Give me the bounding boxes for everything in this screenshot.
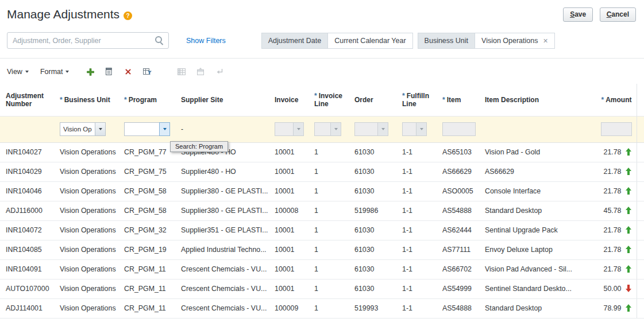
cell-amount: 21.78	[584, 240, 637, 259]
required-asterisk: *	[402, 92, 405, 100]
table-row[interactable]: INR104091Vision OperationsCR_PGM_11Cresc…	[0, 259, 644, 279]
cell-cut	[637, 201, 644, 220]
cell-business-unit: Vision Operations	[54, 298, 118, 318]
business-unit-filter-combo	[60, 122, 106, 136]
show-filters-link[interactable]: Show Filters	[186, 37, 226, 45]
duplicate-icon[interactable]	[104, 67, 114, 77]
business-unit-filter-dropdown-button[interactable]	[95, 122, 106, 136]
amount-value: 50.00	[603, 285, 621, 293]
amount-up-arrow-icon	[626, 265, 632, 273]
cell-order: 61030	[349, 279, 396, 298]
column-header-item[interactable]: *Item	[437, 84, 479, 116]
cell-item: AS65103	[437, 142, 479, 162]
column-header-item_description[interactable]: Item Description	[479, 84, 584, 116]
cell-invoice: 10001	[269, 240, 308, 259]
cell-program: CR_PGM_11	[118, 298, 175, 318]
adjustments-tbody: INR104027Vision OperationsCR_PGM_77Suppl…	[0, 142, 644, 318]
remove-filter-icon[interactable]: ×	[543, 37, 547, 44]
amount-up-arrow-icon	[626, 304, 632, 312]
filter-token-value[interactable]: Current Calendar Year	[328, 33, 412, 49]
column-header-fulfill_line[interactable]: *Fulfilln Line	[396, 84, 437, 116]
amount-up-arrow-icon	[626, 226, 632, 234]
cell-invoice: 100008	[269, 201, 308, 220]
cell-invoice-line: 1	[308, 162, 349, 181]
filter-row: -	[0, 116, 644, 142]
search-icon[interactable]	[155, 36, 164, 45]
required-asterisk: *	[442, 96, 445, 104]
cell-adjustment-number: ADJ114001	[0, 298, 54, 318]
column-header-business_unit[interactable]: *Business Unit	[54, 84, 118, 116]
column-header-order[interactable]: Order	[349, 84, 396, 116]
add-icon[interactable]	[85, 67, 95, 77]
search-box	[7, 32, 169, 49]
business-unit-filter-input[interactable]	[60, 122, 95, 136]
cell-business-unit: Vision Operations	[54, 240, 118, 259]
chevron-down-icon	[420, 128, 423, 130]
cell-program: CR_PGM_58	[118, 181, 175, 201]
amount-value: 21.78	[603, 168, 621, 176]
column-header-program[interactable]: *Program	[118, 84, 175, 116]
cell-invoice-line: 1	[308, 240, 349, 259]
cell-invoice-line: 1	[308, 279, 349, 298]
cell-program: CR_PGM_32	[118, 220, 175, 240]
search-input[interactable]	[7, 32, 169, 49]
cell-fulfill-line: 1-1	[396, 201, 437, 220]
cell-program: CR_PGM_75	[118, 162, 175, 181]
view-menu-label: View	[7, 68, 22, 76]
cell-amount: 21.78	[584, 220, 637, 240]
cell-cut	[637, 279, 644, 298]
cell-business-unit: Vision Operations	[54, 259, 118, 279]
filter-cell-business-unit	[54, 116, 118, 142]
table-row[interactable]: INR104072Vision OperationsCR_PGM_32Suppl…	[0, 220, 644, 240]
column-header-invoice_line[interactable]: *Invoice Line	[308, 84, 349, 116]
column-header-cut	[637, 84, 644, 116]
view-menu[interactable]: View	[7, 68, 29, 76]
program-filter-dropdown-button[interactable]	[159, 122, 170, 136]
table-row[interactable]: INR104027Vision OperationsCR_PGM_77Suppl…	[0, 142, 644, 162]
program-filter-input[interactable]	[124, 122, 159, 136]
cell-order: 61030	[349, 240, 396, 259]
column-header-adjustment_number[interactable]: Adjustment Number	[0, 84, 54, 116]
table-row[interactable]: AUTO107000Vision OperationsCR_PGM_11Cres…	[0, 279, 644, 298]
table-row[interactable]: INR104085Vision OperationsCR_PGM_19Appli…	[0, 240, 644, 259]
column-header-invoice[interactable]: Invoice	[269, 84, 308, 116]
help-icon[interactable]: ?	[124, 11, 132, 20]
table-row[interactable]: ADJ114001Vision OperationsCR_PGM_11Cresc…	[0, 298, 644, 318]
filter-token: Business UnitVision Operations×	[418, 33, 555, 49]
cell-item-description: Sentinal Upgrade Pack	[479, 220, 584, 240]
save-button[interactable]: Save	[563, 7, 593, 22]
query-by-example-icon[interactable]	[142, 67, 152, 77]
cell-cut	[637, 142, 644, 162]
column-header-supplier_site[interactable]: Supplier Site	[175, 84, 269, 116]
table-row[interactable]: ADJ116000Vision OperationsCR_PGM_58Suppl…	[0, 201, 644, 220]
cell-adjustment-number: INR104072	[0, 220, 54, 240]
column-header-amount[interactable]: *Amount	[584, 84, 637, 116]
cell-order: 519986	[349, 201, 396, 220]
delete-icon[interactable]	[123, 67, 133, 77]
amount-up-arrow-icon	[626, 246, 632, 253]
chevron-down-icon	[334, 128, 338, 130]
filter-token-label[interactable]: Business Unit	[418, 33, 475, 49]
detach-icon	[195, 67, 206, 77]
invoice-filter-dropdown-button	[293, 122, 304, 136]
filter-token-value[interactable]: Vision Operations×	[475, 33, 555, 49]
invoice-filter-input	[275, 122, 293, 136]
filter-token-label[interactable]: Adjustment Date	[261, 33, 328, 49]
cell-supplier-site: Supplier351 - GE PLASTI...	[175, 220, 269, 240]
cancel-button-label: Cancel	[607, 10, 629, 18]
amount-filter-input	[601, 122, 632, 136]
order-filter-dropdown-button	[377, 122, 388, 136]
table-row[interactable]: INR104029Vision OperationsCR_PGM_75Suppl…	[0, 162, 644, 181]
cell-order: 61030	[349, 259, 396, 279]
cell-item-description: Vision Pad Advanced - Sil...	[479, 259, 584, 279]
cell-amount: 45.78	[584, 201, 637, 220]
cell-adjustment-number: INR104029	[0, 162, 54, 181]
filter-cell-supplier-site: -	[175, 116, 269, 142]
table-row[interactable]: INR104046Vision OperationsCR_PGM_58Suppl…	[0, 181, 644, 201]
cell-amount: 21.78	[584, 142, 637, 162]
amount-value: 21.78	[603, 265, 621, 273]
cell-fulfill-line: 1-1	[396, 298, 437, 318]
cell-supplier-site: Crescent Chemcials - VU...	[175, 279, 269, 298]
format-menu[interactable]: Format	[40, 68, 70, 76]
cancel-button[interactable]: Cancel	[600, 7, 636, 22]
